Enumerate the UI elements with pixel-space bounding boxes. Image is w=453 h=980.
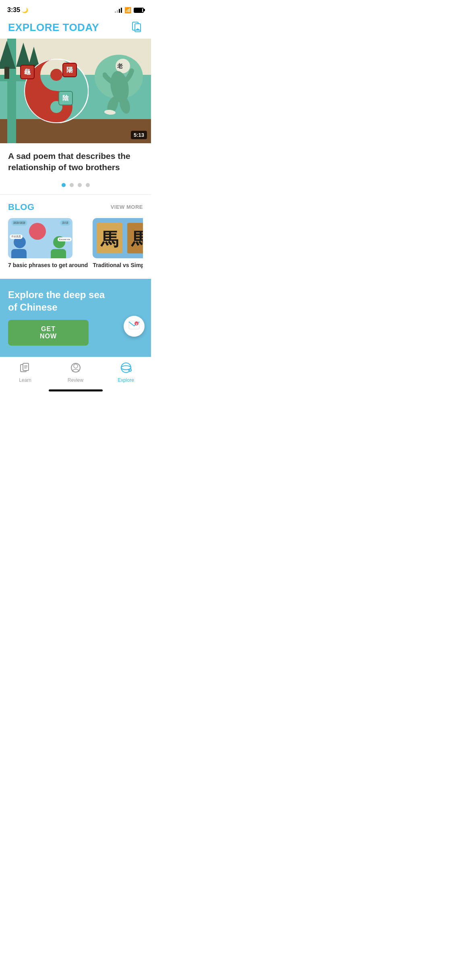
nav-item-learn[interactable]: Learn <box>9 361 41 383</box>
card2-background: 馬 馬 <box>93 218 143 258</box>
carousel-dots <box>0 177 151 194</box>
home-indicator <box>49 389 103 391</box>
blog-section: BLOG VIEW MORE 謝謝/謝謝 請/請 <box>0 202 151 279</box>
blog-card-1[interactable]: 謝謝/謝謝 請/請 <box>8 218 88 269</box>
hero-image[interactable]: 龜 陽 陰 老 <box>0 39 151 143</box>
bookmark-icon <box>131 22 142 33</box>
bookmark-button[interactable] <box>130 21 143 34</box>
time-text: 3:35 <box>7 6 20 13</box>
duration-badge: 5:13 <box>131 131 147 139</box>
bottom-nav: Learn Review Explore <box>0 357 151 386</box>
svg-text:♥: ♥ <box>136 322 137 325</box>
get-now-button[interactable]: GET NOW <box>8 320 89 346</box>
horse-char-2: 馬 <box>126 222 143 254</box>
learn-icon <box>19 361 32 376</box>
learn-label: Learn <box>19 377 31 383</box>
review-label: Review <box>68 377 83 383</box>
explore-icon <box>120 361 132 376</box>
email-icon: ♥ <box>128 321 140 332</box>
status-bar: 3:35 🌙 📶 <box>0 0 151 18</box>
char-badge-yin: 陰 <box>58 91 73 105</box>
status-icons: 📶 <box>115 7 144 13</box>
dot-1[interactable] <box>62 183 66 187</box>
blog-card-2[interactable]: 馬 馬 Traditional vs Simplified Chinese: K… <box>93 218 143 269</box>
dot-3[interactable] <box>78 183 82 187</box>
blog-cards: 謝謝/謝謝 請/請 <box>8 218 143 271</box>
dot-2[interactable] <box>70 183 74 187</box>
horse-char-1: 馬 <box>96 222 123 254</box>
blog-card-2-image: 馬 馬 <box>93 218 143 258</box>
figure: 老 <box>103 59 135 117</box>
review-icon <box>69 361 82 376</box>
pine-tree-1 <box>0 41 16 79</box>
blog-card-2-title: Traditional vs Simplified Chinese: Key D… <box>93 261 143 269</box>
blog-title: BLOG <box>8 202 35 212</box>
svg-text:馬: 馬 <box>100 230 118 249</box>
status-time: 3:35 🌙 <box>7 6 28 14</box>
signal-icon <box>115 7 122 13</box>
promo-text: Explore the deep sea of Chinese <box>8 288 109 313</box>
page-title: EXPLORE TODAY <box>8 21 99 34</box>
nav-item-explore[interactable]: Explore <box>110 361 142 383</box>
blog-header: BLOG VIEW MORE <box>8 202 143 212</box>
email-fab-button[interactable]: ♥ <box>124 316 145 337</box>
battery-icon <box>134 8 144 13</box>
nav-item-review[interactable]: Review <box>60 361 92 383</box>
wifi-icon: 📶 <box>124 7 131 13</box>
promo-banner: Explore the deep sea of Chinese GET NOW … <box>0 279 151 357</box>
hero-description: A sad poem that describes the relationsh… <box>0 143 151 177</box>
moon-icon: 🌙 <box>22 7 28 13</box>
dot-4[interactable] <box>86 183 90 187</box>
explore-label: Explore <box>118 377 134 383</box>
hero-title-text: A sad poem that describes the relationsh… <box>8 150 143 173</box>
view-more-button[interactable]: VIEW MORE <box>111 204 143 210</box>
blog-card-1-title: 7 basic phrases to get around <box>8 261 88 269</box>
svg-text:老: 老 <box>117 63 123 69</box>
blog-card-1-image: 謝謝/謝謝 請/請 <box>8 218 72 258</box>
svg-point-24 <box>74 364 78 368</box>
char-badge-yang1: 陽 <box>62 63 77 77</box>
section-divider <box>0 194 151 195</box>
svg-point-2 <box>50 69 62 81</box>
hero-scene: 龜 陽 陰 老 <box>0 39 151 143</box>
char-badge-gui: 龜 <box>20 65 35 79</box>
svg-text:馬: 馬 <box>131 230 143 249</box>
card1-background: 謝謝/謝謝 請/請 <box>8 218 72 258</box>
header: EXPLORE TODAY <box>0 18 151 39</box>
